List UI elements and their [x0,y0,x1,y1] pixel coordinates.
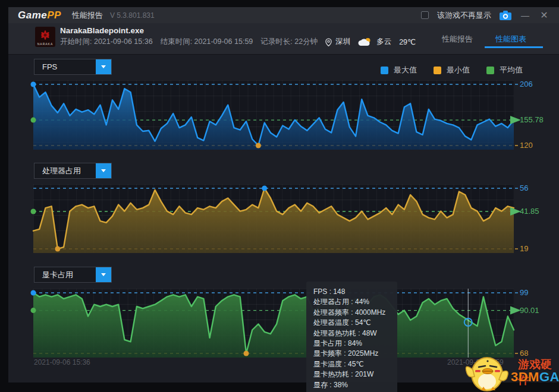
fps-avg-label: 155.78 [520,115,544,124]
metric-select-fps[interactable]: FPS [34,59,112,75]
weather-label: 多云 [376,37,391,47]
minimize-button[interactable]: — [520,11,530,20]
start-time: 开始时间: 2021-09-06 15:36 [60,37,153,47]
gpu-dropdown-button[interactable] [96,267,111,282]
watermark-brand: 3DMGAME [511,369,559,385]
legend-item-min: 最小值 [434,65,470,75]
cpu-max-label: 56 [520,184,528,192]
xaxis-start-time: 2021-09-06 15:36 [34,358,90,366]
dont-show-checkbox[interactable] [421,11,429,19]
cpu-min-label: 19 [520,244,528,253]
chevron-down-icon [101,273,106,276]
legend-avg-swatch [486,67,494,74]
session-meta: 开始时间: 2021-09-06 15:36 结束时间: 2021-09-06 … [60,37,416,47]
tooltip-gpu-power: 显卡热功耗 : 201W [313,369,390,380]
temperature-label: 29℃ [399,37,416,46]
hover-tooltip: FPS : 148 处理器占用 : 44% 处理器频率 : 4000MHz 处理… [306,282,397,392]
metric-select-cpu-label: 处理器占用 [34,163,96,178]
chart-legend: 最大值 最小值 平均值 [381,65,523,75]
chevron-down-icon [101,65,106,68]
dont-show-label: 该游戏不再显示 [437,10,491,21]
tooltip-cpu-usage: 处理器占用 : 44% [313,297,390,307]
fps-chart[interactable]: 206 155.78 120 [33,80,514,150]
metric-select-cpu[interactable]: 处理器占用 [34,163,112,179]
legend-min-label: 最小值 [447,65,470,75]
window-title: 性能报告 [72,10,103,21]
performance-report-window: GamePP 性能报告 V 5.3.801.831 该游戏不再显示 — ✕ [0,0,559,392]
tooltip-gpu-freq: 显卡频率 : 2025MHz [313,349,390,359]
tooltip-cpu-freq: 处理器频率 : 4000MHz [313,308,390,318]
tooltip-gpu-usage: 显卡占用 : 84% [313,339,390,349]
legend-max-label: 最大值 [394,65,417,75]
metric-select-gpu-label: 显卡占用 [34,267,96,282]
city-label: 深圳 [335,37,350,47]
game-icon-text: NARAKA [37,42,54,46]
titlebar: GamePP 性能报告 V 5.3.801.831 该游戏不再显示 — ✕ [8,7,559,23]
cpu-avg-label: 41.85 [520,207,539,216]
logo-pp-text: PP [47,10,61,21]
active-tab-underline [485,46,543,48]
version-label: V 5.3.801.831 [110,11,155,20]
legend-item-max: 最大值 [381,65,417,75]
screenshot-camera-icon[interactable] [500,11,511,20]
tooltip-fps: FPS : 148 [313,287,390,297]
fps-dropdown-button[interactable] [96,59,111,74]
logo-game-text: Game [18,10,47,21]
cpu-usage-chart[interactable]: 56 41.85 19 [33,184,514,253]
gpu-max-label: 99 [520,288,528,297]
legend-min-swatch [434,67,441,74]
close-button[interactable]: ✕ [539,10,549,21]
fps-max-label: 206 [520,80,533,88]
cpu-dropdown-button[interactable] [96,163,111,178]
gamepp-logo: GamePP [18,10,61,21]
tooltip-cpu-power: 处理器热功耗 : 48W [313,328,390,339]
legend-max-swatch [381,67,388,74]
legend-avg-label: 平均值 [500,65,523,75]
weather-cloud-icon [358,37,372,46]
metric-select-fps-label: FPS [34,59,96,74]
legend-item-avg: 平均值 [486,65,523,75]
tab-performance-report[interactable]: 性能报告 [442,34,473,45]
tab-performance-chart[interactable]: 性能图表 [495,34,526,45]
gpu-usage-chart[interactable]: 99 90.01 68 [33,289,514,358]
metric-select-gpu[interactable]: 显卡占用 [34,267,112,283]
tooltip-gpu-temp: 显卡温度 : 45℃ [313,359,390,369]
record-duration: 记录时长: 22分钟 [260,37,318,47]
exe-name: NarakaBladepoint.exe [60,26,144,35]
watermark-brand-game: GAME [539,369,559,384]
end-time: 结束时间: 2021-09-06 15:59 [161,37,253,47]
tooltip-vram: 显存 : 38% [313,380,390,390]
mascot-watermark [462,352,513,392]
fps-min-label: 120 [520,141,533,150]
gpu-min-label: 68 [520,349,528,358]
watermark-brand-3dm: 3DM [511,369,539,384]
game-icon: NARAKA [35,27,55,49]
tooltip-cpu-temp: 处理器温度 : 54℃ [313,318,390,328]
chevron-down-icon [101,169,106,172]
location-pin-icon [325,38,332,46]
gpu-avg-label: 90.01 [520,306,539,315]
